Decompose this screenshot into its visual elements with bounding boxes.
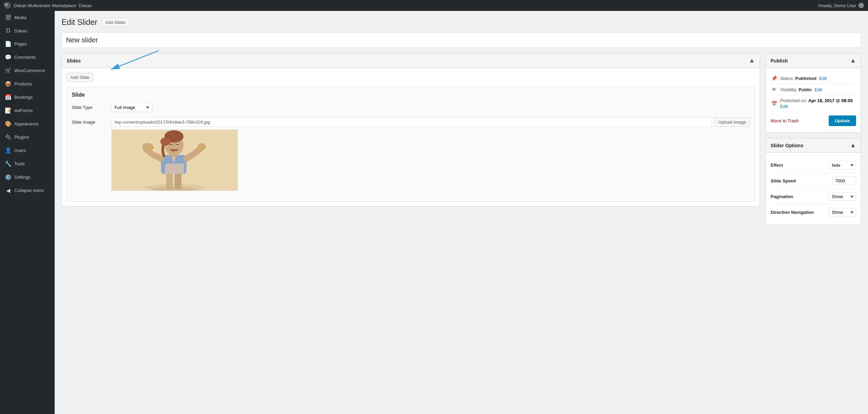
direction-navigation-row: Direction Navigation Show Hide — [771, 205, 856, 220]
sidebar-item-label: Users — [14, 148, 26, 153]
admin-bar-left: W Dokan Multivendor Marketplace Dokan — [4, 2, 92, 9]
sidebar-item-label: Pages — [14, 41, 27, 46]
sidebar-item-tools[interactable]: 🔧 Tools — [0, 157, 55, 170]
publish-status-edit-link[interactable]: Edit — [819, 76, 827, 81]
sidebar-item-pages[interactable]: 📄 Pages — [0, 37, 55, 51]
sidebar-item-users[interactable]: 👤 Users — [0, 144, 55, 157]
sidebar-item-label: Products — [14, 81, 32, 86]
status-icon: 📌 — [771, 75, 777, 81]
add-slider-button[interactable]: Add Slider — [101, 18, 130, 27]
weforms-icon: 📝 — [5, 107, 12, 114]
sidebar-item-label: Bookings — [14, 95, 32, 100]
admin-bar-user-greeting: Howdy, Demo User — [818, 3, 856, 8]
slider-title-input[interactable] — [62, 32, 861, 48]
slider-options-body: Effect fade slide zoom Slide Speed — [766, 153, 861, 225]
sidebar-item-media[interactable]: 🎬 Media — [0, 11, 55, 24]
content-sidebar: Publish ▲ 📌 Status: Published Edit — [765, 53, 861, 231]
svg-point-12 — [160, 137, 171, 146]
sidebar-item-plugins[interactable]: 🔌 Plugins — [0, 130, 55, 144]
slides-metabox-header[interactable]: Slides ▲ — [62, 54, 760, 68]
direction-navigation-value: Show Hide — [829, 208, 856, 217]
slide-speed-label: Slide Speed — [771, 178, 828, 183]
move-to-trash-link[interactable]: Move to Trash — [771, 118, 799, 123]
publish-date-value: Apr 18, 2017 @ 08:05 — [808, 98, 853, 103]
image-url-row: Upload Image — [111, 118, 750, 127]
slider-options-header[interactable]: Slider Options ▲ — [766, 138, 861, 153]
pagination-value: Show Hide — [829, 192, 856, 201]
sidebar-item-bookings[interactable]: 📅 Bookings — [0, 91, 55, 104]
sidebar-item-products[interactable]: 📦 Products — [0, 77, 55, 91]
sidebar-item-label: weForms — [14, 108, 32, 113]
slide-type-row: Slide Type Full Image Text Video — [72, 103, 750, 112]
sidebar-item-label: Comments — [14, 55, 36, 60]
publish-metabox: Publish ▲ 📌 Status: Published Edit — [765, 53, 861, 133]
effect-value: fade slide zoom — [829, 161, 856, 169]
publish-status-label: Status: Published Edit — [780, 76, 827, 81]
slide-speed-input[interactable] — [832, 177, 856, 185]
direction-navigation-label: Direction Navigation — [771, 210, 825, 215]
admin-bar-site-title: Dokan Multivendor Marketplace — [14, 3, 76, 8]
slide-image-row: Slide Image Upload Image — [72, 118, 750, 191]
pagination-row: Pagination Show Hide — [771, 189, 856, 205]
slides-metabox-body: Add Slide Slide Slide Type Full Image — [62, 68, 760, 206]
sidebar-item-woocommerce[interactable]: 🛒 WooCommerce — [0, 64, 55, 77]
slide-section: Slide Slide Type Full Image Text Video — [67, 87, 755, 202]
pagination-select[interactable]: Show Hide — [829, 192, 856, 201]
sidebar-item-label: Plugins — [14, 135, 29, 140]
direction-navigation-select[interactable]: Show Hide — [829, 208, 856, 217]
slides-metabox-title: Slides — [67, 58, 81, 64]
slide-type-select[interactable]: Full Image Text Video — [111, 103, 152, 112]
sidebar-item-comments[interactable]: 💬 Comments — [0, 51, 55, 64]
users-icon: 👤 — [5, 147, 12, 154]
publish-status-row: 📌 Status: Published Edit — [771, 73, 856, 84]
tools-icon: 🔧 — [5, 161, 12, 167]
sidebar-item-dokan[interactable]: D Dokan — [0, 24, 55, 37]
publish-date-wrap: Published on: Apr 18, 2017 @ 08:05 Edit — [780, 98, 853, 109]
dokan-icon: D — [5, 28, 12, 34]
slider-options-toggle-icon: ▲ — [850, 142, 856, 149]
collapse-icon: ◀ — [5, 187, 12, 194]
slide-image-figure — [112, 129, 238, 191]
upload-image-button[interactable]: Upload Image — [715, 118, 750, 127]
sidebar-item-settings[interactable]: ⚙️ Settings — [0, 170, 55, 184]
sidebar-item-label: Appearance — [14, 121, 38, 126]
publish-metabox-header[interactable]: Publish ▲ — [766, 54, 861, 68]
slides-metabox: Slides ▲ — [62, 53, 760, 207]
slide-image-control-wrap: Upload Image — [111, 118, 750, 191]
content-area: Slides ▲ — [62, 53, 861, 231]
pages-icon: 📄 — [5, 41, 12, 47]
wp-logo-icon: W — [4, 2, 11, 9]
pagination-label: Pagination — [771, 194, 825, 199]
page-title: Edit Slider — [62, 18, 97, 27]
slide-image-url-input[interactable] — [111, 118, 712, 127]
publish-metabox-title: Publish — [771, 58, 788, 64]
publish-status-value: Published — [795, 76, 816, 81]
slide-image-label: Slide Image — [72, 118, 106, 125]
effect-label: Effect — [771, 163, 825, 168]
plugins-icon: 🔌 — [5, 134, 12, 140]
svg-rect-6 — [165, 164, 184, 174]
sidebar-item-label: Tools — [14, 161, 25, 166]
publish-visibility-edit-link[interactable]: Edit — [815, 87, 822, 92]
sidebar-item-appearance[interactable]: 🎨 Appearance — [0, 117, 55, 130]
sidebar-item-collapse[interactable]: ◀ Collapse menu — [0, 184, 55, 197]
add-slide-button[interactable]: Add Slide — [67, 73, 93, 82]
publish-metabox-body: 📌 Status: Published Edit 👁 Visibility: — [766, 68, 861, 132]
publish-date-row: 📅 Published on: Apr 18, 2017 @ 08:05 Edi… — [771, 95, 856, 112]
admin-bar-right: Howdy, Demo User — [818, 3, 864, 8]
slider-options-metabox: Slider Options ▲ Effect fade slide zoom — [765, 138, 861, 225]
publish-date-edit-link[interactable]: Edit — [780, 104, 853, 109]
slide-type-control-wrap: Full Image Text Video — [111, 103, 750, 112]
woocommerce-icon: 🛒 — [5, 67, 12, 74]
publish-visibility-row: 👁 Visibility: Public Edit — [771, 84, 856, 95]
media-icon: 🎬 — [5, 14, 12, 21]
update-button[interactable]: Update — [829, 115, 856, 126]
calendar-icon: 📅 — [771, 101, 777, 106]
effect-select[interactable]: fade slide zoom — [829, 161, 856, 169]
appearance-icon: 🎨 — [5, 121, 12, 127]
publish-visibility-value: Public — [799, 87, 812, 92]
slide-section-title: Slide — [72, 92, 750, 98]
admin-bar-site-subtitle: Dokan — [79, 3, 92, 8]
sidebar-item-weforms[interactable]: 📝 weForms — [0, 104, 55, 117]
content-main: Slides ▲ — [62, 53, 760, 231]
